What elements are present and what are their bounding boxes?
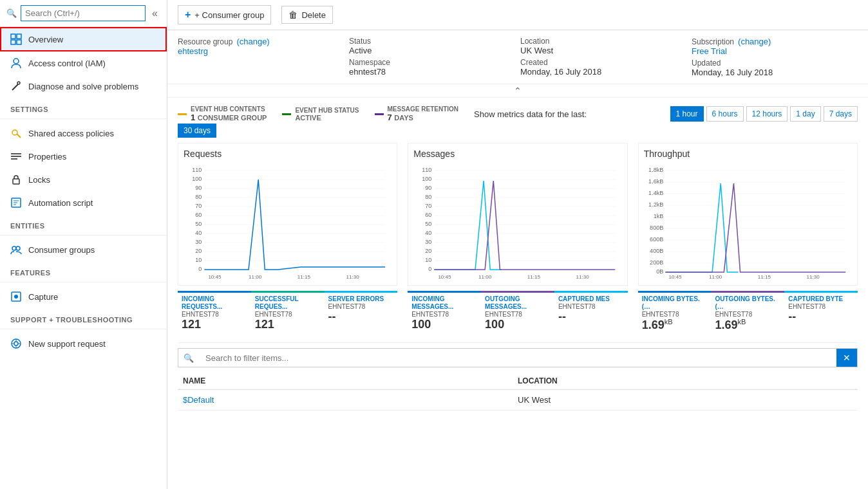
support-section-label: SUPPORT + TROUBLESHOOTING (0, 308, 167, 326)
message-retention-badge: MESSAGE RETENTION 7 DAYS (375, 106, 459, 122)
time-btn-7days[interactable]: 7 days (824, 106, 858, 122)
svg-point-17 (12, 246, 16, 250)
table-col-location: LOCATION (518, 376, 853, 385)
overview-icon (10, 33, 22, 45)
row-name[interactable]: $Default (183, 395, 518, 405)
svg-text:70: 70 (195, 203, 202, 209)
sidebar-item-properties[interactable]: Properties (0, 145, 167, 168)
requests-chart: Requests 110 100 90 80 70 60 50 40 30 20 (178, 143, 397, 286)
status-info: Status Active Namespace ehntest78 (349, 37, 515, 77)
svg-text:1kB: 1kB (653, 213, 663, 219)
sidebar-item-automation[interactable]: Automation script (0, 191, 167, 214)
delete-button[interactable]: 🗑 Delete (281, 6, 333, 24)
search-input[interactable] (21, 5, 146, 21)
svg-text:70: 70 (426, 203, 432, 209)
svg-text:10: 10 (195, 257, 202, 263)
add-consumer-group-button[interactable]: + + Consumer group (178, 5, 271, 24)
messages-chart-area: 110 100 90 80 70 60 50 40 30 20 10 0 (413, 164, 621, 280)
incoming-bytes-stat: INCOMING BYTES. (… EHNTEST78 1.69kB (638, 291, 712, 335)
incoming-messages-stat: INCOMING MESSAGES... EHNTEST78 100 (408, 291, 481, 335)
svg-text:1.4kB: 1.4kB (648, 190, 663, 196)
filter-input[interactable] (203, 349, 833, 367)
created-value: Monday, 16 July 2018 (520, 67, 686, 77)
time-btn-12hours[interactable]: 12 hours (746, 106, 788, 122)
updated-label: Updated (692, 59, 858, 68)
svg-text:10:45: 10:45 (208, 274, 222, 280)
svg-text:11:15: 11:15 (297, 274, 311, 280)
svg-text:600B: 600B (650, 236, 663, 243)
svg-text:11:00: 11:00 (478, 274, 492, 280)
time-btn-1day[interactable]: 1 day (790, 106, 820, 122)
sidebar-item-shared-access[interactable]: Shared access policies (0, 122, 167, 145)
requests-stats: INCOMING REQUESTS... EHNTEST78 121 SUCCE… (178, 291, 397, 335)
svg-text:90: 90 (195, 185, 202, 191)
server-errors-stat: SERVER ERRORS EHNTEST78 -- (325, 291, 398, 335)
resource-group-label: Resource group (178, 37, 232, 46)
sidebar-item-label-capture: Capture (28, 292, 58, 302)
sidebar-item-capture[interactable]: Capture (0, 285, 167, 308)
location-label: Location (520, 37, 686, 46)
svg-text:11:30: 11:30 (806, 274, 820, 280)
table-col-name: NAME (183, 376, 518, 385)
consumer-groups-icon (10, 244, 22, 255)
svg-text:11:00: 11:00 (249, 274, 262, 280)
created-label: Created (520, 58, 686, 67)
filter-search-icon: 🔍 (178, 353, 199, 363)
resource-group-change-link[interactable]: (change) (236, 37, 269, 46)
time-btn-30days[interactable]: 30 days (178, 124, 216, 138)
script-icon (10, 197, 22, 208)
incoming-requests-stat: INCOMING REQUESTS... EHNTEST78 121 (178, 291, 251, 335)
location-value: UK West (520, 46, 686, 55)
svg-rect-12 (13, 179, 19, 184)
sidebar-item-label-consumer: Consumer groups (28, 245, 95, 255)
svg-text:60: 60 (195, 212, 202, 218)
svg-text:11:15: 11:15 (757, 274, 771, 280)
sidebar-item-diagnose[interactable]: Diagnose and solve problems (0, 75, 167, 98)
svg-text:110: 110 (192, 167, 202, 173)
resource-group-value[interactable]: ehtestrg (178, 46, 208, 56)
support-icon (10, 338, 22, 349)
time-btn-1hour[interactable]: 1 hour (670, 106, 704, 122)
capture-icon (10, 291, 22, 302)
sidebar-item-locks[interactable]: Locks (0, 168, 167, 191)
table-header: NAME LOCATION (178, 373, 858, 390)
search-box: 🔍 « (0, 0, 167, 27)
time-controls: 1 hour 6 hours 12 hours 1 day 7 days (670, 106, 858, 122)
wrench-icon (10, 80, 22, 92)
collapse-button[interactable]: « (149, 6, 160, 21)
svg-text:0: 0 (198, 266, 202, 272)
location-info: Location UK West Created Monday, 16 July… (520, 37, 686, 77)
subscription-change-link[interactable]: (change) (738, 37, 771, 46)
svg-line-5 (12, 84, 18, 90)
svg-rect-0 (11, 34, 15, 39)
table-row[interactable]: $Default UK West (178, 390, 858, 411)
svg-text:0B: 0B (656, 268, 663, 275)
svg-rect-1 (17, 34, 21, 39)
subscription-value[interactable]: Free Trial (692, 46, 727, 56)
sidebar-item-consumer-groups[interactable]: Consumer groups (0, 238, 167, 261)
svg-rect-2 (11, 40, 15, 44)
sidebar-item-iam[interactable]: Access control (IAM) (0, 51, 167, 75)
svg-text:10:45: 10:45 (439, 274, 452, 280)
sidebar-item-overview[interactable]: Overview (0, 27, 167, 51)
iam-icon (10, 57, 22, 69)
collapse-info-button[interactable]: ⌃ (167, 84, 868, 98)
properties-icon (10, 151, 22, 162)
messages-stats: INCOMING MESSAGES... EHNTEST78 100 OUTGO… (408, 291, 627, 335)
svg-text:11:30: 11:30 (346, 274, 360, 280)
resource-group-info: Resource group (change) ehtestrg (178, 37, 344, 77)
svg-point-18 (16, 246, 20, 250)
sidebar-item-support[interactable]: New support request (0, 332, 167, 355)
event-hub-contents-badge: EVENT HUB CONTENTS 1 CONSUMER GROUP (178, 106, 267, 122)
svg-rect-9 (11, 153, 21, 154)
sidebar-item-label-shared: Shared access policies (28, 129, 114, 138)
time-btn-6hours[interactable]: 6 hours (706, 106, 744, 122)
svg-text:400B: 400B (650, 248, 663, 254)
svg-text:11:00: 11:00 (709, 274, 722, 280)
sidebar-item-label-properties: Properties (28, 152, 66, 161)
status-label: Status (349, 37, 515, 46)
svg-text:40: 40 (426, 230, 432, 236)
plus-icon: + (185, 9, 191, 21)
event-hub-status-badge: EVENT HUB STATUS ACTIVE (282, 107, 359, 122)
filter-clear-button[interactable]: ✕ (836, 349, 857, 367)
